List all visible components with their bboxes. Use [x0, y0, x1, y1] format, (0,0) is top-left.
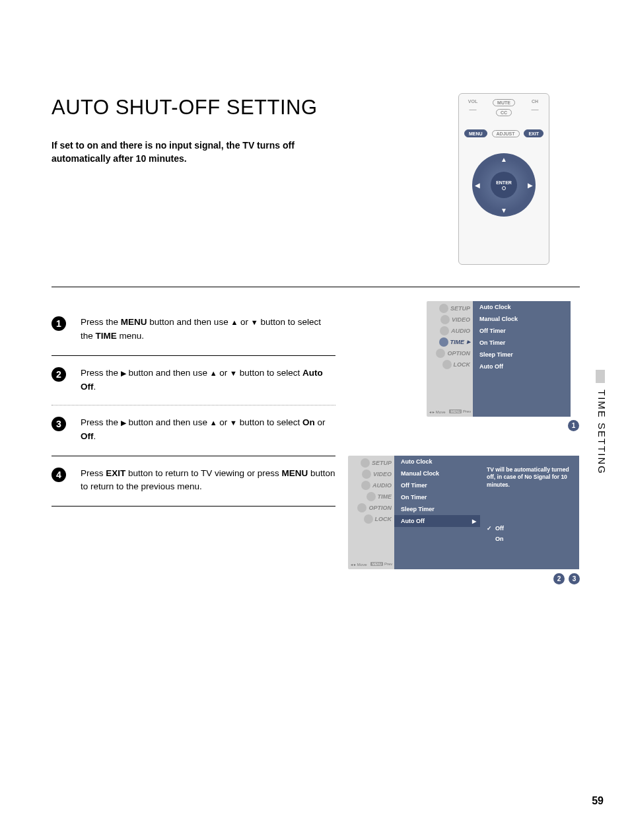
osd-tab: SETUP: [357, 457, 392, 468]
move-hint: ◂◦▸ Move: [351, 562, 367, 567]
step-number: 2: [52, 367, 66, 382]
vol-minus: —: [464, 105, 481, 113]
step-1: 1 Press the MENU button and then use ▲ o…: [52, 305, 335, 356]
osd-menu-item: Off Timer: [473, 325, 571, 337]
osd-menu-item: Off Timer: [394, 479, 480, 491]
mute-button: MUTE: [493, 99, 515, 106]
arrow-right-icon: ▶: [472, 518, 476, 524]
enter-button: ENTER: [491, 172, 517, 198]
arrow-down-icon: ▼: [501, 207, 507, 214]
osd-tab: SETUP: [436, 302, 470, 314]
step-number: 3: [52, 417, 66, 431]
osd-tab: OPTION: [436, 347, 470, 359]
dpad: ▲ ▼ ◀ ▶ ENTER: [472, 153, 536, 217]
side-tab-marker: [596, 370, 605, 383]
step-2: 2 Press the ▶ button and then use ▲ or ▼…: [52, 356, 335, 402]
osd-menu-item: Manual Clock: [394, 468, 480, 479]
arrow-up-icon: ▲: [210, 368, 217, 379]
reference-badge-1: 1: [568, 420, 579, 431]
arrow-up-icon: ▲: [210, 417, 217, 429]
arrow-left-icon: ◀: [475, 182, 480, 189]
menu-button: MENU: [464, 129, 487, 137]
adjust-button: ADJUST: [492, 130, 520, 137]
osd-menu-item-selected: Auto Off▶: [394, 515, 480, 527]
osd-menu-item: Auto Clock: [473, 301, 571, 313]
osd-tab: AUDIO: [436, 325, 470, 336]
arrow-right-icon: ▶: [121, 417, 126, 429]
osd-menu-list: Auto Clock Manual Clock Off Timer On Tim…: [394, 456, 480, 569]
exit-button: EXIT: [524, 129, 543, 137]
intro-text: If set to on and there is no input signa…: [52, 139, 329, 166]
ch-label: CH: [526, 99, 543, 104]
osd-menu-item: Sleep Timer: [473, 349, 571, 361]
osd-screenshot-2: SETUP VIDEO AUDIO TIME OPTION LOCK ◂◦▸ M…: [348, 456, 579, 569]
osd-menu-item: Auto Clock: [394, 456, 480, 468]
instruction-steps: 1 Press the MENU button and then use ▲ o…: [52, 305, 335, 507]
arrow-down-icon: ▼: [230, 368, 237, 379]
reference-badge-3: 3: [569, 573, 580, 584]
osd-menu-item: Manual Clock: [473, 313, 571, 325]
cc-button: CC: [496, 109, 512, 116]
arrow-right-icon: ▶: [528, 182, 533, 189]
osd-menu-list: Auto Clock Manual Clock Off Timer On Tim…: [473, 301, 571, 417]
prev-hint: MENU Prev: [449, 409, 471, 414]
section-divider: [52, 287, 580, 287]
side-tab-label: TIME SETTING: [596, 390, 608, 475]
page-number: 59: [592, 795, 604, 807]
osd-tab: LOCK: [436, 359, 470, 370]
osd-menu-item: Auto Off: [473, 361, 571, 372]
osd-screenshot-1: SETUP VIDEO AUDIO TIME▶ OPTION LOCK ◂◦▸ …: [427, 301, 572, 417]
osd-tab-active: TIME▶: [436, 336, 470, 347]
osd-tab: AUDIO: [357, 479, 392, 491]
arrow-right-icon: ▶: [121, 368, 126, 379]
prev-hint: MENU Prev: [370, 562, 392, 567]
osd-tab: OPTION: [357, 502, 392, 513]
page-title: AUTO SHUT-OFF SETTING: [52, 96, 318, 120]
vol-label: VOL: [464, 99, 481, 104]
arrow-up-icon: ▲: [501, 156, 507, 163]
osd-menu-item: On Timer: [473, 337, 571, 349]
step-4: 4 Press EXIT button to return to TV view…: [52, 456, 335, 507]
arrow-down-icon: ▼: [251, 317, 258, 328]
osd-tab: LOCK: [357, 513, 392, 524]
osd-tab: TIME: [357, 491, 392, 502]
option-on: ✓On: [487, 534, 573, 544]
step-3: 3 Press the ▶ button and then use ▲ or ▼…: [52, 405, 335, 456]
arrow-up-icon: ▲: [230, 317, 238, 328]
step-number: 1: [52, 316, 66, 331]
osd-tab: VIDEO: [357, 468, 392, 479]
option-off: ✓Off: [487, 523, 573, 534]
osd-tab-list: SETUP VIDEO AUDIO TIME OPTION LOCK ◂◦▸ M…: [348, 456, 394, 569]
ch-minus: —: [526, 105, 543, 113]
osd-tab: VIDEO: [436, 314, 470, 325]
reference-badge-2: 2: [553, 573, 565, 584]
osd-note-text: TV will be automatically turned off, in …: [487, 466, 573, 489]
move-hint: ◂◦▸ Move: [429, 409, 445, 414]
osd-tab-list: SETUP VIDEO AUDIO TIME▶ OPTION LOCK ◂◦▸ …: [427, 301, 473, 417]
osd-menu-item: Sleep Timer: [394, 503, 480, 515]
osd-menu-item: On Timer: [394, 491, 480, 503]
osd-detail-pane: TV will be automatically turned off, in …: [480, 456, 579, 569]
remote-illustration: VOL — MUTE CC CH — MENU ADJUST EXIT ▲ ▼ …: [458, 93, 549, 265]
step-number: 4: [52, 468, 66, 482]
arrow-down-icon: ▼: [230, 417, 237, 429]
